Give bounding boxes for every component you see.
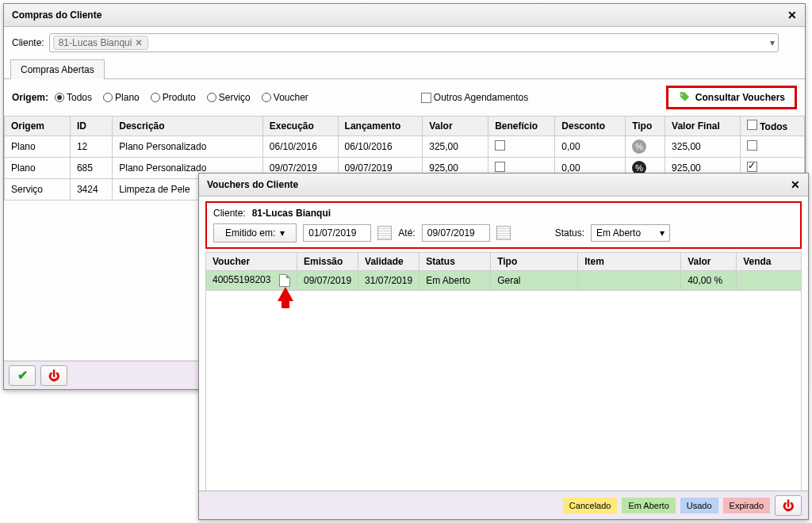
client-row: Cliente: 81-Lucas Bianqui ✕ ▾ — [4, 27, 805, 59]
checkbox-icon[interactable] — [495, 140, 505, 151]
file-icon[interactable] — [279, 274, 290, 287]
emitido-em-dropdown[interactable]: Emitido em: ▾ — [213, 223, 297, 242]
client-field[interactable]: 81-Lucas Bianqui ✕ ▾ — [49, 33, 779, 52]
col-validade[interactable]: Validade — [358, 253, 419, 271]
radio-icon — [151, 93, 160, 102]
radio-icon — [262, 93, 271, 102]
chip-remove-icon[interactable]: ✕ — [135, 37, 143, 48]
col-id[interactable]: ID — [70, 116, 112, 136]
chevron-down-icon[interactable]: ▾ — [770, 37, 775, 48]
checkbox-icon[interactable] — [495, 162, 505, 172]
tab-label: Compras Abertas — [21, 64, 94, 75]
cell-tipo: Geral — [491, 271, 578, 291]
checkbox-icon[interactable] — [747, 162, 757, 172]
col-origem[interactable]: Origem — [5, 116, 71, 136]
cell-beneficio — [488, 136, 555, 158]
cell-origem: Serviço — [5, 179, 71, 200]
vouchers-window: Vouchers do Cliente ✕ Cliente: 81-Lucas … — [198, 173, 809, 520]
table-row[interactable]: Plano12Plano Personalizado06/10/201606/1… — [5, 136, 805, 158]
cell-id: 3424 — [70, 179, 112, 200]
radio-servico[interactable]: Serviço — [207, 92, 251, 103]
cell-execucao: 06/10/2016 — [262, 136, 338, 158]
col-voucher[interactable]: Voucher — [206, 253, 297, 271]
cell-valorfinal: 325,00 — [665, 136, 741, 158]
radio-label: Produto — [163, 92, 196, 103]
voucher-client-value: 81-Lucas Bianqui — [252, 208, 331, 219]
radio-plano[interactable]: Plano — [103, 92, 140, 103]
col-valor[interactable]: Valor — [681, 253, 737, 271]
radio-icon — [207, 93, 216, 102]
col-tipo[interactable]: Tipo — [626, 116, 665, 136]
cell-origem: Plano — [5, 136, 71, 158]
col-todos[interactable]: Todos — [740, 116, 804, 136]
date-to-input[interactable] — [422, 224, 490, 242]
col-valorfinal[interactable]: Valor Final — [665, 116, 741, 136]
voucher-filter-row: Emitido em: ▾ Até: Status: Em Aberto ▾ — [213, 223, 794, 242]
voucher-client-label: Cliente: — [213, 208, 246, 219]
chevron-down-icon: ▾ — [280, 227, 285, 239]
col-item[interactable]: Item — [578, 253, 681, 271]
col-valor[interactable]: Valor — [423, 116, 488, 136]
outros-agendamentos-check[interactable]: Outros Agendamentos — [421, 92, 528, 103]
filter-row: Origem: Todos Plano Produto Serviço Vouc… — [4, 79, 805, 116]
svg-point-0 — [681, 94, 683, 96]
status-value: Em Aberto — [596, 227, 641, 239]
col-lancamento[interactable]: Lançamento — [338, 116, 423, 136]
percent-icon: % — [632, 139, 646, 154]
confirm-button[interactable]: ✔ — [9, 365, 36, 386]
radio-label: Plano — [115, 92, 140, 103]
radio-icon — [103, 93, 113, 102]
vouchers-titlebar: Vouchers do Cliente ✕ — [199, 174, 808, 197]
client-chip-text: 81-Lucas Bianqui — [59, 37, 132, 48]
radio-voucher[interactable]: Voucher — [262, 92, 308, 103]
voucher-row[interactable]: 40055198203 09/07/2019 31/07/2019 Em Abe… — [206, 271, 802, 291]
col-status[interactable]: Status — [419, 253, 491, 271]
chevron-down-icon: ▾ — [660, 227, 665, 239]
checkbox-icon[interactable] — [747, 140, 757, 151]
radio-label: Voucher — [274, 92, 308, 103]
col-descricao[interactable]: Descrição — [113, 116, 263, 136]
filter-highlight-box: Cliente: 81-Lucas Bianqui Emitido em: ▾ … — [205, 201, 802, 249]
tabs: Compras Abertas — [4, 59, 805, 79]
vouchers-footer: Cancelado Em Aberto Usado Expirado ⏻ — [199, 491, 808, 519]
vouchers-table: Voucher Emissão Validade Status Tipo Ite… — [205, 252, 802, 291]
tab-compras-abertas[interactable]: Compras Abertas — [10, 59, 105, 79]
date-from-input[interactable] — [303, 224, 371, 242]
col-desconto[interactable]: Desconto — [555, 116, 626, 136]
close-icon[interactable]: ✕ — [791, 178, 800, 191]
cell-valor: 325,00 — [423, 136, 488, 158]
calendar-icon[interactable] — [377, 226, 392, 240]
power-icon: ⏻ — [783, 499, 794, 512]
cell-descricao: Plano Personalizado — [113, 136, 263, 158]
radio-icon — [55, 93, 64, 102]
tag-icon — [678, 91, 691, 104]
cell-validade: 31/07/2019 — [358, 271, 419, 291]
client-label: Cliente: — [12, 37, 44, 48]
radio-todos[interactable]: Todos — [55, 92, 92, 103]
cell-valor: 40,00 % — [681, 271, 737, 291]
legend-expirado: Expirado — [723, 498, 770, 513]
col-beneficio[interactable]: Benefício — [488, 116, 555, 136]
status-select[interactable]: Em Aberto ▾ — [591, 224, 670, 242]
col-todos-label: Todos — [760, 121, 787, 132]
table-header-row: Origem ID Descrição Execução Lançamento … — [5, 116, 805, 136]
cell-lancamento: 06/10/2016 — [338, 136, 423, 158]
checkbox-icon[interactable] — [747, 120, 757, 130]
radio-label: Serviço — [219, 92, 251, 103]
consultar-vouchers-button[interactable]: Consultar Vouchers — [666, 86, 797, 109]
check-icon: ✔ — [17, 368, 28, 383]
legend-usado: Usado — [680, 498, 718, 513]
close-icon[interactable]: ✕ — [787, 9, 797, 21]
close-button[interactable]: ⏻ — [40, 365, 67, 386]
client-chip[interactable]: 81-Lucas Bianqui ✕ — [53, 36, 149, 50]
col-execucao[interactable]: Execução — [262, 116, 338, 136]
cell-tipo: % — [626, 136, 665, 158]
calendar-icon[interactable] — [496, 226, 511, 240]
close-button[interactable]: ⏻ — [775, 495, 802, 516]
col-tipo[interactable]: Tipo — [491, 253, 578, 271]
col-emissao[interactable]: Emissão — [297, 253, 358, 271]
radio-produto[interactable]: Produto — [151, 92, 196, 103]
cell-desconto: 0,00 — [555, 136, 626, 158]
consult-label: Consultar Vouchers — [695, 92, 785, 103]
col-venda[interactable]: Venda — [737, 253, 802, 271]
